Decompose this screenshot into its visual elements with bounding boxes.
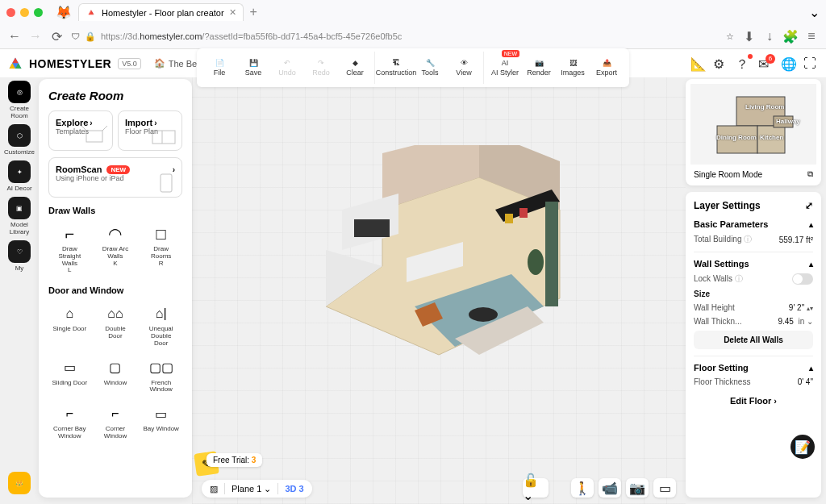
ai-styler-button[interactable]: NEWAIAI Styler [489, 52, 521, 84]
save-button[interactable]: 💾Save [237, 52, 269, 84]
file-button[interactable]: 📄File [203, 52, 236, 84]
floor-thickness-value[interactable]: 0' 4" [798, 377, 813, 386]
camera-2-icon[interactable]: 📷 [626, 478, 649, 498]
mail-icon[interactable]: ✉6 [758, 56, 773, 71]
wall-tool-0[interactable]: ⌐Draw Straight WallsL [48, 220, 91, 277]
rail-crown[interactable]: 👑 [3, 472, 35, 494]
bookmark-star-icon[interactable]: ☆ [726, 31, 734, 42]
door-window-tool-1[interactable]: ⌂⌂Double Door [94, 300, 137, 350]
door-window-tool-5[interactable]: ▢▢French Window [140, 354, 182, 398]
lock-toggle[interactable]: 🔓 ⌄ [523, 478, 549, 498]
door-window-tool-0[interactable]: ⌂Single Door [48, 300, 91, 350]
door-window-tool-6[interactable]: ⌐Corner Bay Window [48, 400, 91, 444]
total-building-label: Total Building [694, 235, 741, 244]
floor-thickness-label: Floor Thickness [694, 377, 750, 386]
back-button[interactable]: ← [8, 30, 21, 43]
window-controls[interactable] [6, 8, 43, 17]
rail-ai-decor[interactable]: ✦AI Decor [3, 160, 35, 192]
door-window-tool-7[interactable]: ⌐Corner Window [94, 400, 137, 444]
gear-icon[interactable]: ⚙ [713, 56, 728, 71]
door-window-tool-4[interactable]: ▢Window [94, 354, 137, 398]
import-card[interactable]: Import› Floor Plan [118, 110, 182, 151]
edit-floor-button[interactable]: Edit Floor › [694, 391, 813, 410]
top-toolbar: 📄File 💾Save ↶Undo ↷Redo ◆Clear 🏗Construc… [197, 48, 629, 87]
ruler-icon[interactable]: 📐 [690, 56, 705, 71]
clear-button[interactable]: ◆Clear [339, 52, 371, 84]
wall-height-label: Wall Height [694, 303, 735, 312]
images-button[interactable]: 🖼Images [557, 52, 589, 84]
export-button[interactable]: 📤Export [590, 52, 623, 84]
vr-icon[interactable]: ▭ [653, 478, 676, 498]
help-icon[interactable]: ？ [736, 56, 750, 71]
draw-walls-heading: Draw Walls [48, 206, 182, 215]
svg-rect-4 [86, 131, 102, 142]
mode-3d[interactable]: 3D 3 [285, 484, 303, 494]
room-render [294, 145, 584, 419]
lock-icon[interactable]: 🔒 [85, 31, 96, 42]
tab-title: Homestyler - Floor plan creator [102, 8, 224, 18]
door-window-tool-8[interactable]: ▭Bay Window [140, 400, 182, 444]
rail-my[interactable]: ♡My [3, 240, 35, 272]
lock-walls-label: Lock Walls [694, 274, 732, 283]
minimap-room-label: Hallway [776, 118, 800, 125]
door-window-tool-3[interactable]: ▭Sliding Door [48, 354, 91, 398]
wall-thickness-value[interactable]: 9.45 [778, 317, 793, 326]
view-button[interactable]: 👁View [448, 52, 480, 84]
download-icon[interactable]: ↓ [763, 30, 776, 43]
basic-parameters-heading: Basic Parameters [694, 219, 768, 229]
svg-point-22 [528, 249, 544, 275]
collapse-icon[interactable]: ▴ [809, 220, 813, 229]
settings-title: Layer Settings [694, 200, 761, 211]
globe-icon[interactable]: 🌐 [781, 56, 795, 71]
browser-tab[interactable]: 🔺 Homestyler - Floor plan creator ✕ [78, 3, 244, 21]
shield-icon[interactable]: 🛡 [71, 31, 80, 41]
lock-walls-toggle[interactable] [792, 273, 813, 285]
undo-button[interactable]: ↶Undo [271, 52, 303, 84]
roomscan-card[interactable]: RoomScanNEW› Using iPhone or iPad [48, 157, 182, 198]
walk-icon[interactable]: 🚶 [571, 478, 594, 498]
free-trial-label: Free Trial: 3 [206, 453, 262, 467]
svg-rect-20 [519, 208, 528, 218]
stepper-icon[interactable]: ▴▾ [807, 305, 813, 312]
door-window-tool-2[interactable]: ⌂|Unequal Double Door [140, 300, 182, 350]
collapse-icon[interactable]: ▴ [809, 260, 813, 269]
copy-icon[interactable]: ⧉ [807, 169, 813, 179]
browser-chrome: 🦊 🔺 Homestyler - Floor plan creator ✕ + … [0, 0, 826, 49]
chevron-down-icon[interactable]: ⌄ [809, 5, 820, 20]
wall-height-value[interactable]: 9' 2" [789, 303, 804, 312]
info-icon[interactable]: ⓘ [744, 235, 752, 244]
render-button[interactable]: 📷Render [523, 52, 555, 84]
rail-create-room[interactable]: ◎Create Room [3, 81, 35, 119]
minimap[interactable]: Living Room Hallway Dining Room Kitchen … [686, 79, 821, 185]
address-bar[interactable]: 🛡 🔒 https://3d.homestyler.com/?assetId=f… [71, 31, 734, 42]
svg-line-5 [81, 126, 86, 131]
collapse-icon[interactable]: ▴ [809, 364, 813, 373]
new-tab-button[interactable]: + [250, 5, 257, 19]
redo-button[interactable]: ↷Redo [305, 52, 337, 84]
reload-button[interactable]: ⟳ [50, 30, 63, 43]
pocket-icon[interactable]: ⬇ [742, 30, 755, 43]
rail-customize[interactable]: ⬡Customize [3, 124, 35, 156]
menu-icon[interactable]: ≡ [805, 30, 818, 43]
info-icon[interactable]: ⓘ [735, 274, 743, 283]
plane-selector[interactable]: Plane 1 ⌄ [232, 484, 271, 494]
rail-model-library[interactable]: ▣Model Library [3, 197, 35, 235]
expand-icon[interactable]: ⤢ [805, 200, 813, 211]
fullscreen-icon[interactable]: ⛶ [803, 56, 818, 71]
construction-button[interactable]: 🏗Construction [380, 52, 412, 84]
explore-card[interactable]: Explore› Templates [48, 110, 113, 151]
hatch-icon[interactable]: ▨ [210, 484, 218, 494]
delete-all-walls-button[interactable]: Delete All Walls [694, 331, 813, 349]
svg-point-16 [469, 307, 498, 322]
canvas-3d-view[interactable]: ✎ Free Trial: 3 ▨ Plane 1 ⌄ 3D 3 🔓 ⌄ 🚶 📹… [192, 77, 686, 504]
wall-tool-2[interactable]: □Draw RoomsR [140, 220, 182, 277]
tab-close-icon[interactable]: ✕ [229, 7, 236, 18]
unit-selector[interactable]: in [798, 317, 804, 326]
camera-icon[interactable]: 📹 [599, 478, 621, 498]
wall-tool-1[interactable]: ◠Draw Arc WallsK [94, 220, 137, 277]
camera-controls: 🚶 📹 📷 ▭ [571, 478, 676, 498]
notes-fab[interactable]: 📝 [791, 435, 815, 459]
tools-button[interactable]: 🔧Tools [414, 52, 446, 84]
forward-button: → [29, 30, 42, 43]
extensions-icon[interactable]: 🧩 [784, 30, 797, 43]
